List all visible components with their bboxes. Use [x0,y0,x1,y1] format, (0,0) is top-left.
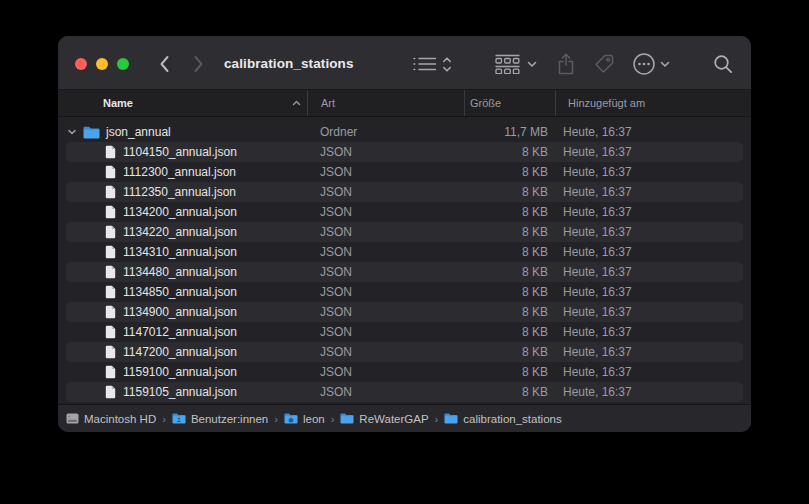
table-row[interactable]: 1134310_annual.json JSON 8 KB Heute, 16:… [66,242,743,262]
column-header-size[interactable]: Größe [464,90,555,116]
table-row[interactable]: 1134220_annual.json JSON 8 KB Heute, 16:… [66,222,743,242]
file-kind: Ordner [307,125,464,139]
share-button[interactable] [554,52,578,76]
name-cell: 1147012_annual.json [66,325,307,339]
home-folder-icon [284,413,298,424]
up-down-chevrons-icon [442,56,452,73]
group-by-button[interactable] [491,53,539,75]
table-row[interactable]: 1134850_annual.json JSON 8 KB Heute, 16:… [66,282,743,302]
name-cell: 1134220_annual.json [66,225,307,239]
table-row[interactable]: 1112300_annual.json JSON 8 KB Heute, 16:… [66,162,743,182]
file-kind: JSON [307,245,464,259]
file-size: 8 KB [464,185,555,199]
desktop: { "window": { "title": "calibration_stat… [0,0,809,504]
chevron-down-icon [660,61,670,68]
file-size: 11,7 MB [464,125,555,139]
folder-icon [83,126,100,139]
minimize-window-button[interactable] [96,58,108,70]
hard-drive-icon [66,413,79,424]
file-name: 1134900_annual.json [123,305,237,319]
table-row[interactable]: 1104150_annual.json JSON 8 KB Heute, 16:… [66,142,743,162]
folder-icon [444,413,458,424]
file-kind: JSON [307,185,464,199]
path-bar: Macintosh HD › [58,404,751,432]
file-kind: JSON [307,265,464,279]
document-icon [105,245,116,259]
table-row[interactable]: 1159105_annual.json JSON 8 KB Heute, 16:… [66,382,743,402]
list-view-icon [412,56,437,72]
document-icon [105,325,116,339]
column-header-name[interactable]: Name [58,90,307,116]
zoom-window-button[interactable] [117,58,129,70]
forward-button[interactable] [189,54,207,74]
file-kind: JSON [307,205,464,219]
file-size: 8 KB [464,325,555,339]
table-row[interactable]: 1147012_annual.json JSON 8 KB Heute, 16:… [66,322,743,342]
file-kind: JSON [307,225,464,239]
file-name: 1159100_annual.json [123,365,237,379]
file-kind: JSON [307,325,464,339]
window-title: calibration_stations [224,56,354,71]
file-size: 8 KB [464,265,555,279]
finder-window: calibration_stations [58,36,751,432]
table-row[interactable]: 1112350_annual.json JSON 8 KB Heute, 16:… [66,182,743,202]
disclosure-chevron-icon[interactable] [66,127,78,137]
name-cell: 1134200_annual.json [66,205,307,219]
table-row[interactable]: 1147200_annual.json JSON 8 KB Heute, 16:… [66,342,743,362]
table-row[interactable]: 1134480_annual.json JSON 8 KB Heute, 16:… [66,262,743,282]
document-icon [105,265,116,279]
table-row[interactable]: json_annual Ordner 11,7 MB Heute, 16:37 [66,122,743,142]
name-cell: 1159105_annual.json [66,385,307,399]
file-name: 1112350_annual.json [123,185,236,199]
breadcrumb-separator: › [274,413,278,425]
table-row[interactable]: 1134200_annual.json JSON 8 KB Heute, 16:… [66,202,743,222]
file-added: Heute, 16:37 [555,325,743,339]
file-name: json_annual [106,125,171,139]
column-header-kind[interactable]: Art [307,90,464,116]
view-options-button[interactable] [410,54,454,74]
file-size: 8 KB [464,145,555,159]
breadcrumb-item[interactable]: leon [284,413,325,425]
file-name: 1134310_annual.json [123,245,237,259]
close-window-button[interactable] [75,58,87,70]
file-name: 1147012_annual.json [123,325,237,339]
breadcrumb-separator: › [331,413,335,425]
breadcrumb-label: ReWaterGAP [359,413,428,425]
file-name: 1134220_annual.json [123,225,237,239]
breadcrumb-item[interactable]: Benutzer:innen [172,413,268,425]
file-name: 1104150_annual.json [123,145,237,159]
name-cell: 1134310_annual.json [66,245,307,259]
name-cell: json_annual [66,125,307,139]
file-added: Heute, 16:37 [555,245,743,259]
file-kind: JSON [307,305,464,319]
file-added: Heute, 16:37 [555,305,743,319]
breadcrumb-item[interactable]: Macintosh HD [66,413,156,425]
chevron-right-icon [193,55,204,73]
file-added: Heute, 16:37 [555,165,743,179]
file-size: 8 KB [464,205,555,219]
file-kind: JSON [307,285,464,299]
more-options-button[interactable] [630,52,672,76]
name-cell: 1134480_annual.json [66,265,307,279]
name-cell: 1159100_annual.json [66,365,307,379]
name-cell: 1147200_annual.json [66,345,307,359]
file-size: 8 KB [464,365,555,379]
chevron-down-icon [527,61,537,68]
table-row[interactable]: 1159100_annual.json JSON 8 KB Heute, 16:… [66,362,743,382]
breadcrumb-label: leon [303,413,325,425]
breadcrumb-item[interactable]: calibration_stations [444,413,561,425]
breadcrumb-item[interactable]: ReWaterGAP [340,413,428,425]
file-size: 8 KB [464,385,555,399]
share-icon [556,52,576,76]
toolbar: calibration_stations [58,36,751,90]
tag-button[interactable] [592,52,616,76]
file-size: 8 KB [464,345,555,359]
back-button[interactable] [155,54,173,74]
breadcrumb-separator: › [162,413,166,425]
file-added: Heute, 16:37 [555,125,743,139]
file-kind: JSON [307,345,464,359]
column-header-added[interactable]: Hinzugefügt am [555,90,751,116]
table-row[interactable]: 1134900_annual.json JSON 8 KB Heute, 16:… [66,302,743,322]
search-button[interactable] [711,52,735,76]
name-cell: 1112350_annual.json [66,185,307,199]
